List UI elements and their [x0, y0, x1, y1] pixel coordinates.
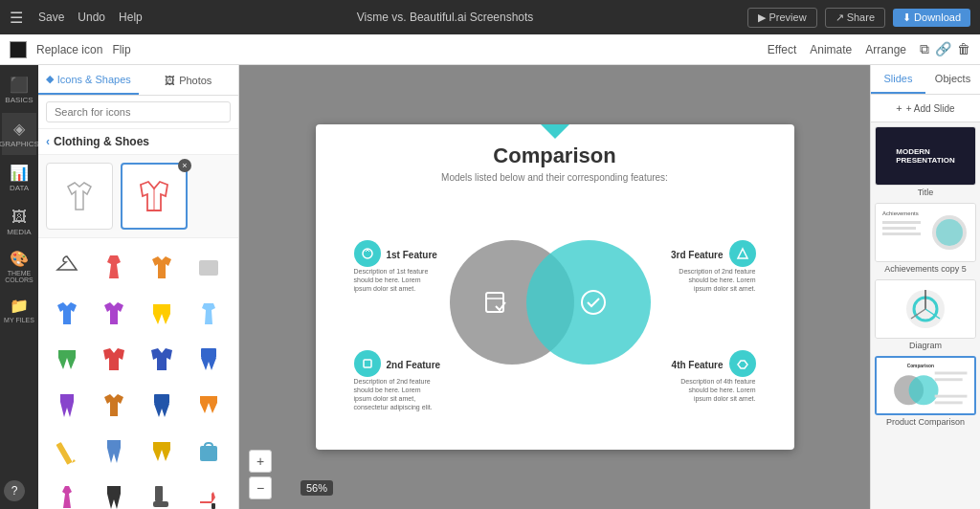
animate-button[interactable]: Animate — [810, 43, 852, 56]
svg-rect-10 — [107, 440, 121, 448]
sidebar-item-basics[interactable]: ⬛ BASICS — [2, 69, 36, 111]
add-slide-button[interactable]: + + Add Slide — [871, 95, 980, 122]
download-button[interactable]: ⬇ Download — [893, 9, 970, 27]
panel-tabs: ◆ Icons & Shapes 🖼 Photos — [38, 65, 238, 96]
icon-shirt-pattern[interactable] — [93, 292, 135, 334]
icon-jeans[interactable] — [188, 338, 230, 380]
slide-3-thumbnail — [875, 279, 976, 339]
icon-dress[interactable] — [93, 246, 135, 288]
help-icon[interactable]: ? — [4, 480, 25, 501]
icon-bag[interactable] — [188, 430, 230, 472]
svg-rect-40 — [935, 401, 963, 404]
icon-dress2[interactable] — [46, 476, 88, 509]
feature-1-desc: Description of 1st feature should be her… — [354, 267, 440, 293]
link-icon[interactable]: 🔗 — [935, 41, 951, 57]
zoom-out-button[interactable]: − — [249, 476, 272, 499]
files-icon: 📁 — [10, 297, 29, 315]
effect-button[interactable]: Effect — [768, 43, 796, 56]
slide-1-thumbnail: MODERNPRESENTATION — [875, 126, 976, 186]
slide-thumb-2[interactable]: 2 Achievements Achievements copy 5 — [875, 203, 976, 274]
icon-jeans-2[interactable] — [141, 384, 183, 426]
svg-rect-7 — [200, 396, 217, 403]
help-button[interactable]: Help — [119, 11, 143, 24]
icon-shorts-green[interactable] — [46, 338, 88, 380]
zoom-indicator: 56% — [301, 480, 333, 496]
slide-thumb-4[interactable]: 4 Comparison Product C — [875, 356, 976, 427]
feature-2: 2nd Feature Description of 2nd feature s… — [354, 350, 441, 411]
sidebar-item-theme[interactable]: 🎨 THEME COLORS — [2, 245, 36, 287]
svg-point-31 — [936, 219, 963, 246]
icon-placeholder2[interactable] — [188, 292, 230, 334]
close-icon[interactable]: × — [178, 159, 191, 172]
svg-rect-39 — [935, 395, 968, 398]
basics-icon: ⬛ — [10, 76, 29, 94]
svg-rect-3 — [58, 350, 76, 358]
main-layout: ⬛ BASICS ◈ GRAPHICS 📊 DATA 🖼 MEDIA 🎨 THE… — [0, 65, 980, 509]
svg-rect-15 — [153, 501, 168, 507]
icon-heel[interactable] — [188, 476, 230, 509]
search-input[interactable] — [46, 101, 231, 122]
preview-button[interactable]: ▶ Preview — [747, 8, 816, 28]
selected-icon-shirt[interactable] — [46, 163, 113, 230]
icon-shirt-orange[interactable] — [141, 246, 183, 288]
icon-shorts-yellow2[interactable] — [141, 430, 183, 472]
color-picker[interactable] — [10, 41, 27, 58]
copy-icon[interactable]: ⧉ — [920, 41, 929, 57]
icon-boot[interactable] — [141, 476, 183, 509]
tab-objects[interactable]: Objects — [925, 65, 980, 94]
second-toolbar: Replace icon Flip Effect Animate Arrange… — [0, 34, 980, 65]
slide-1-content: MODERNPRESENTATION — [876, 127, 975, 185]
icon-jacket-blue[interactable] — [141, 338, 183, 380]
comparison-subtitle: Models listed below and their correspond… — [335, 172, 775, 183]
venn-right-icon — [574, 283, 612, 321]
save-button[interactable]: Save — [38, 11, 64, 24]
icon-placeholder1[interactable] — [188, 246, 230, 288]
replace-icon-button[interactable]: Replace icon — [36, 43, 102, 56]
comparison-title: Comparison — [335, 144, 775, 168]
svg-text:Comparison: Comparison — [907, 364, 934, 368]
icon-shorts-orange[interactable] — [188, 384, 230, 426]
zoom-in-button[interactable]: + — [249, 450, 272, 473]
icons-grid — [38, 238, 238, 509]
icon-jacket-red[interactable] — [93, 338, 135, 380]
svg-rect-16 — [212, 503, 215, 509]
icon-pants2[interactable] — [93, 476, 135, 509]
sidebar-item-data[interactable]: 📊 DATA — [2, 157, 36, 199]
tool-icons: ⧉ 🔗 🗑 — [920, 41, 970, 57]
app-title: Visme vs. Beautiful.ai Screenshots — [154, 11, 737, 24]
svg-point-24 — [582, 291, 605, 314]
slide-thumb-3[interactable]: 3 Diagram — [875, 279, 976, 350]
menu-icon[interactable]: ☰ — [10, 9, 23, 27]
slide-thumb-1[interactable]: 1 MODERNPRESENTATION Title — [875, 126, 976, 197]
icon-pants-purple[interactable] — [46, 384, 88, 426]
tab-icons-shapes[interactable]: ◆ Icons & Shapes — [38, 65, 139, 95]
arrange-button[interactable]: Arrange — [865, 43, 906, 56]
share-button[interactable]: ↗ Share — [825, 8, 885, 28]
tab-slides[interactable]: Slides — [871, 65, 925, 94]
svg-marker-25 — [738, 249, 747, 258]
feature-2-title: 2nd Feature — [387, 360, 441, 370]
trash-icon[interactable]: 🗑 — [957, 41, 970, 57]
top-bar: ☰ Save Undo Help Visme vs. Beautiful.ai … — [0, 0, 980, 34]
category-header[interactable]: ‹ Clothing & Shoes — [38, 129, 238, 155]
sidebar-item-graphics[interactable]: ◈ GRAPHICS — [2, 113, 36, 155]
sidebar-item-myfiles[interactable]: 📁 MY FILES — [2, 289, 36, 331]
icon-shorts-yellow[interactable] — [141, 292, 183, 334]
slide-3-content — [876, 280, 975, 338]
icon-tshirt-blue[interactable] — [46, 292, 88, 334]
slides-panel-header: Slides Objects — [871, 65, 980, 95]
right-actions: ▶ Preview ↗ Share ⬇ Download — [747, 8, 970, 28]
icon-panel: ◆ Icons & Shapes 🖼 Photos ‹ Clothing & S… — [38, 65, 239, 509]
icon-shirt-stripe[interactable] — [93, 384, 135, 426]
icon-pencil[interactable] — [46, 430, 88, 472]
feature-1-title: 1st Feature — [387, 250, 437, 260]
selected-icon-jacket[interactable]: × — [121, 163, 188, 230]
jacket-svg — [135, 177, 173, 215]
flip-button[interactable]: Flip — [112, 43, 130, 56]
feature-4-desc: Description of 4th feature should be her… — [670, 377, 756, 403]
icon-pants-stripe[interactable] — [93, 430, 135, 472]
sidebar-item-media[interactable]: 🖼 MEDIA — [2, 201, 36, 243]
undo-button[interactable]: Undo — [78, 11, 105, 24]
tab-photos[interactable]: 🖼 Photos — [139, 65, 239, 95]
icon-hanger[interactable] — [46, 246, 88, 288]
